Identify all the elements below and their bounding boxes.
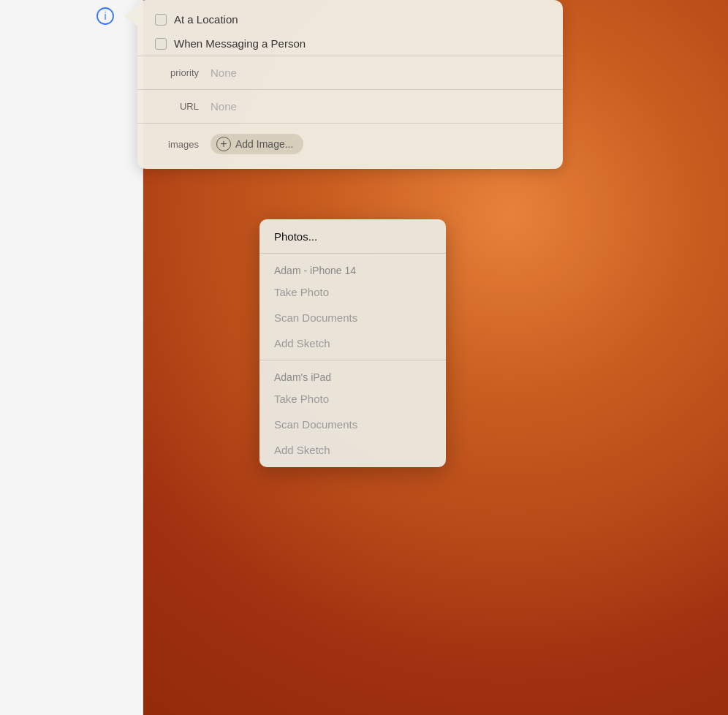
menu-item-add-sketch-ipad[interactable]: Add Sketch bbox=[259, 437, 446, 463]
menu-item-take-photo-iphone[interactable]: Take Photo bbox=[259, 279, 446, 305]
priority-value[interactable]: None bbox=[211, 67, 237, 79]
panel-arrow bbox=[124, 6, 137, 26]
menu-divider-2 bbox=[259, 360, 446, 360]
info-icon[interactable]: i bbox=[95, 6, 115, 26]
at-location-checkbox[interactable] bbox=[155, 14, 167, 26]
at-location-label: At a Location bbox=[174, 13, 238, 26]
menu-divider-1 bbox=[259, 253, 446, 254]
menu-header-iphone: Adam - iPhone 14 bbox=[259, 257, 446, 279]
menu-header-ipad: Adam's iPad bbox=[259, 364, 446, 386]
reminder-panel: At a Location When Messaging a Person pr… bbox=[137, 0, 563, 169]
images-label: images bbox=[155, 139, 199, 150]
menu-item-take-photo-ipad[interactable]: Take Photo bbox=[259, 386, 446, 412]
plus-circle-icon: + bbox=[216, 137, 231, 151]
images-row: images + Add Image... bbox=[137, 124, 563, 169]
priority-row: priority None bbox=[137, 56, 563, 89]
url-label: URL bbox=[155, 101, 199, 112]
add-image-label: Add Image... bbox=[235, 138, 293, 150]
sidebar-panel bbox=[0, 0, 143, 715]
menu-item-scan-docs-iphone[interactable]: Scan Documents bbox=[259, 305, 446, 330]
add-image-button[interactable]: + Add Image... bbox=[211, 134, 303, 154]
when-messaging-row[interactable]: When Messaging a Person bbox=[137, 31, 563, 56]
add-image-dropdown: Photos... Adam - iPhone 14 Take Photo Sc… bbox=[259, 219, 446, 467]
url-row: URL None bbox=[137, 90, 563, 123]
at-location-row[interactable]: At a Location bbox=[137, 0, 563, 31]
priority-label: priority bbox=[155, 67, 199, 78]
menu-item-scan-docs-ipad[interactable]: Scan Documents bbox=[259, 412, 446, 437]
when-messaging-label: When Messaging a Person bbox=[174, 37, 306, 50]
url-value[interactable]: None bbox=[211, 100, 237, 113]
menu-item-add-sketch-iphone[interactable]: Add Sketch bbox=[259, 330, 446, 356]
svg-text:i: i bbox=[104, 10, 106, 22]
menu-item-photos[interactable]: Photos... bbox=[259, 224, 446, 249]
when-messaging-checkbox[interactable] bbox=[155, 38, 167, 50]
